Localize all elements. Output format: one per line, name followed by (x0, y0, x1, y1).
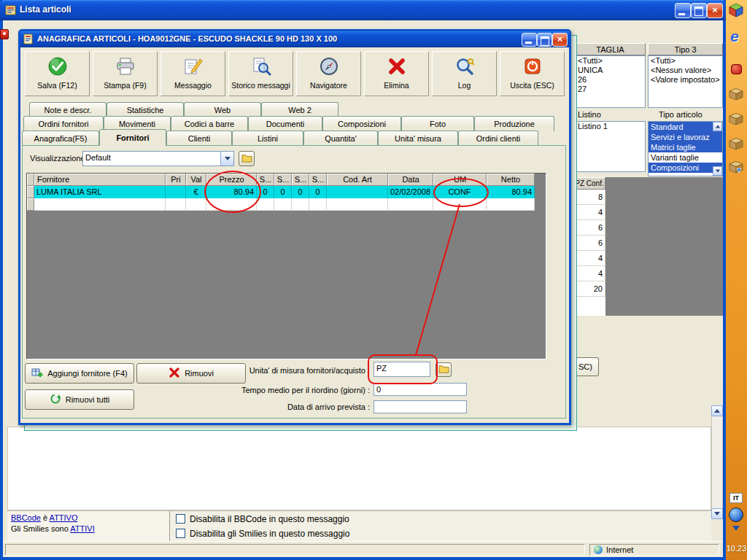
tab-codici-a-barre[interactable]: Codici a barre (171, 116, 248, 131)
main-titlebar[interactable]: Lista articoli × (0, 0, 726, 20)
dropdown-button[interactable] (220, 152, 233, 166)
tab-fornitori[interactable]: Fornitori (99, 129, 166, 146)
remove-all-button[interactable]: Rimuovi tutti (25, 389, 134, 410)
language-indicator[interactable]: IT (729, 493, 743, 503)
list-item[interactable]: Varianti taglie (649, 152, 722, 163)
grid-cell: 6 (573, 236, 605, 251)
smilies-pre-text: Gli Smilies sono (11, 524, 70, 533)
message-pencil-icon (182, 55, 204, 79)
dialog-maximize-button[interactable] (537, 33, 552, 47)
list-item[interactable]: 26 (576, 75, 645, 85)
tab-listini[interactable]: Listini (232, 131, 303, 145)
scroll-down-button[interactable] (713, 166, 722, 176)
message-button[interactable]: Messaggio (160, 51, 225, 96)
row-gutter (27, 198, 34, 211)
header-prezzo: Prezzo (206, 174, 257, 186)
bbcode-active-link[interactable]: ATTIVO (50, 513, 78, 522)
dialog-minimize-button[interactable] (522, 33, 537, 47)
save-button[interactable]: Salva (F12) (25, 51, 90, 96)
view-folder-button[interactable] (239, 151, 255, 166)
tray-arrow-icon[interactable] (732, 526, 740, 531)
tab-statistiche[interactable]: Statistiche (107, 102, 184, 117)
log-button[interactable]: Log (432, 51, 497, 96)
tab-quantita[interactable]: Quantita' (303, 131, 378, 145)
tab-ordini-clienti[interactable]: Ordini clienti (458, 131, 538, 145)
tab-unita-misura[interactable]: Unita' misura (378, 131, 458, 145)
list-item[interactable]: <Tutti> (576, 56, 645, 66)
red-shortcut-icon[interactable] (731, 64, 742, 74)
um-folder-button[interactable] (436, 362, 452, 377)
package-shortcut-icon[interactable] (728, 111, 744, 128)
listino-listbox: Listino 1 (575, 121, 646, 172)
list-item[interactable]: UNICA (576, 66, 645, 75)
tab-documenti[interactable]: Documenti (248, 116, 322, 131)
scroll-up-button[interactable] (713, 122, 722, 131)
scroll-down-button[interactable] (711, 508, 723, 519)
vertical-scrollbar[interactable] (711, 405, 723, 519)
close-icon: × (553, 34, 567, 44)
tab-foto[interactable]: Foto (401, 116, 474, 131)
maximize-icon (541, 36, 549, 46)
esc-button-fragment[interactable]: SC) (577, 357, 599, 376)
package-shortcut-icon[interactable] (728, 86, 744, 104)
tab-web[interactable]: Web (184, 102, 261, 117)
print-button[interactable]: Stampa (F9) (93, 51, 158, 96)
exit-button[interactable]: Uscita (ESC) (500, 51, 565, 96)
tab-web-2[interactable]: Web 2 (261, 102, 338, 117)
grid-cell: 6 (573, 220, 605, 236)
add-supplier-button[interactable]: Aggiungi fornitore (F4) (25, 363, 134, 384)
list-item[interactable]: Servizi e lavoraz (649, 132, 722, 142)
tab-composizioni[interactable]: Composizioni (322, 116, 401, 131)
cell-netto: 80.94 (487, 186, 535, 198)
dialog-close-button[interactable]: × (552, 33, 568, 47)
cube-shortcut-icon[interactable] (728, 2, 744, 20)
maximize-button[interactable] (691, 3, 707, 18)
message-history-button[interactable]: Storico messaggi (228, 51, 293, 96)
list-item[interactable]: <Tutti> (649, 56, 722, 66)
arrival-field[interactable] (374, 400, 467, 413)
package-download-shortcut-icon[interactable] (728, 159, 744, 176)
list-item[interactable]: Standard (649, 122, 722, 132)
minimize-button[interactable] (675, 3, 691, 18)
tipo-articolo-listbox: Standard Servizi e lavoraz Matrici tagli… (648, 121, 723, 176)
forum-options-panel: BBCode è ATTIVO Gli Smilies sono ATTIVI … (7, 510, 711, 541)
tipo-articolo-label: Tipo articolo (659, 110, 703, 119)
tab-produzione[interactable]: Produzione (474, 116, 554, 131)
tipo3-listbox: <Tutti> <Nessun valore> <Valore impostat… (648, 55, 723, 108)
listino-label: Listino (578, 110, 601, 119)
header-cod-art: Cod. Art (327, 174, 388, 186)
header-fornitore: Fornitore (34, 174, 166, 186)
bbcode-link[interactable]: BBCode (11, 513, 41, 522)
list-item[interactable]: <Valore impostato> (649, 75, 722, 85)
remove-x-icon (169, 367, 180, 380)
dialog-titlebar[interactable]: ANAGRAFICA ARTICOLI - HOA9012GNE - ESCUD… (20, 31, 569, 47)
list-item[interactable]: Composizioni (649, 163, 722, 173)
supplier-row-selected[interactable]: LUMA ITALIA SRL € 80.94 0 0 0 0 02/02/20… (27, 186, 535, 198)
bbcode-mid-text: è (41, 513, 50, 522)
navigator-button[interactable]: Navigatore (296, 51, 361, 96)
list-item[interactable]: Matrici taglie (649, 142, 722, 152)
tray-globe-icon[interactable] (729, 508, 743, 522)
um-field[interactable]: PZ (374, 362, 430, 377)
disable-smilies-checkbox[interactable] (176, 529, 185, 538)
close-button[interactable]: × (707, 3, 723, 18)
tab-ordini-fornitori[interactable]: Ordini fornitori (23, 116, 104, 131)
reorder-field[interactable]: 0 (374, 383, 467, 396)
list-item[interactable]: Listino 1 (576, 122, 645, 131)
tab-anagrafica[interactable]: Anagrafica(F5) (22, 131, 99, 145)
arrow-up-icon (714, 409, 720, 413)
package-shortcut-icon[interactable] (728, 136, 744, 153)
scroll-up-button[interactable] (711, 405, 723, 416)
tab-note-e-descr[interactable]: Note e descr. (29, 102, 107, 117)
smilies-active-link[interactable]: ATTIVI (70, 524, 94, 533)
tab-clienti[interactable]: Clienti (166, 131, 232, 145)
delete-x-icon (386, 55, 408, 79)
list-item[interactable]: 27 (576, 85, 645, 94)
empty-row[interactable] (27, 198, 535, 211)
internet-explorer-icon[interactable]: e (730, 28, 739, 45)
list-item[interactable]: <Nessun valore> (649, 66, 722, 75)
disable-bbcode-checkbox[interactable] (176, 514, 185, 524)
minimize-icon (678, 13, 685, 15)
delete-button[interactable]: Elimina (364, 51, 429, 96)
view-dropdown[interactable]: Default (82, 151, 234, 166)
